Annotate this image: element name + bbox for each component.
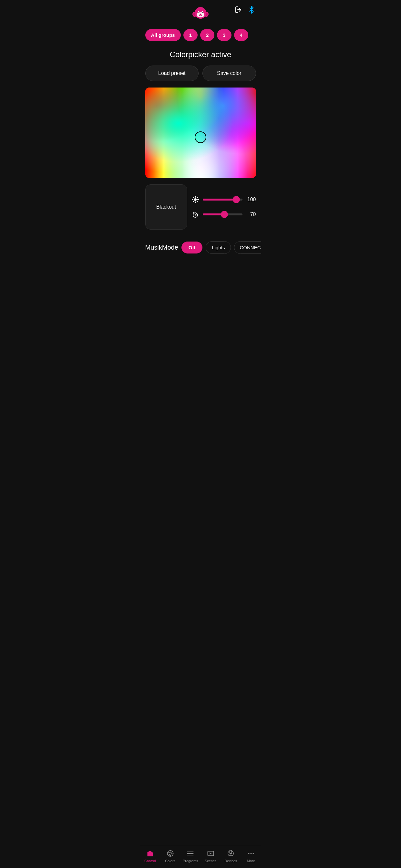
musikmode-connect-button[interactable]: CONNECT [234, 241, 261, 254]
brightness-fill [203, 198, 237, 200]
bluetooth-icon[interactable] [247, 5, 256, 14]
color-gradient-overlay [145, 88, 256, 178]
header-icons [234, 5, 256, 14]
musikmode-label: MusikMode [145, 244, 178, 251]
sliders-container: 100 70 [191, 184, 256, 229]
speed-value: 70 [246, 212, 256, 217]
svg-point-10 [199, 13, 202, 15]
speed-slider-row: 70 [191, 210, 256, 219]
musikmode-bar: MusikMode Off Lights CONNECT [140, 237, 261, 260]
login-icon[interactable] [234, 5, 243, 14]
group-tab-all[interactable]: All groups [145, 29, 181, 41]
group-tabs: All groups 1 2 3 4 [140, 25, 261, 45]
monkey-logo-icon [192, 5, 209, 22]
speed-slider[interactable] [203, 213, 243, 215]
musikmode-lights-button[interactable]: Lights [206, 241, 231, 254]
svg-line-16 [193, 197, 193, 198]
action-buttons: Load preset Save color [140, 66, 261, 88]
brightness-thumb[interactable] [233, 196, 240, 203]
svg-line-19 [193, 201, 193, 202]
blackout-button[interactable]: Blackout [145, 184, 187, 229]
svg-line-17 [197, 201, 197, 202]
blackout-label: Blackout [156, 204, 176, 210]
brightness-value: 100 [246, 197, 256, 203]
colorpicker-title: Colorpicker active [140, 45, 261, 66]
brightness-slider[interactable] [203, 198, 243, 200]
header [140, 0, 261, 25]
svg-point-9 [203, 12, 204, 13]
brightness-icon [191, 195, 199, 204]
svg-point-8 [198, 12, 199, 13]
svg-point-22 [195, 215, 196, 216]
group-tab-4[interactable]: 4 [234, 29, 248, 41]
svg-point-11 [194, 198, 197, 201]
group-tab-1[interactable]: 1 [183, 29, 197, 41]
group-tab-3[interactable]: 3 [217, 29, 231, 41]
load-preset-button[interactable]: Load preset [145, 66, 199, 81]
save-color-button[interactable]: Save color [203, 66, 256, 81]
brightness-slider-row: 100 [191, 195, 256, 204]
speed-thumb[interactable] [221, 211, 228, 218]
controls-row: Blackout [140, 184, 261, 237]
color-picker[interactable] [145, 88, 256, 178]
svg-line-23 [193, 213, 194, 213]
speed-icon [191, 210, 199, 219]
svg-line-18 [197, 197, 197, 198]
group-tab-2[interactable]: 2 [200, 29, 214, 41]
color-picker-canvas[interactable] [145, 88, 256, 178]
musikmode-off-button[interactable]: Off [181, 242, 203, 253]
